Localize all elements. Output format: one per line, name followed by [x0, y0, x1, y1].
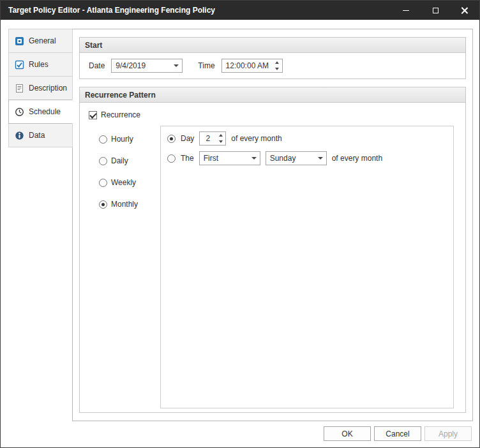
recurrence-pattern-group: Recurrence Pattern Recurrence Hourly — [79, 87, 466, 413]
recurrence-checkbox-row[interactable]: Recurrence — [89, 110, 140, 119]
maximize-button[interactable] — [421, 1, 450, 20]
hourly-radio[interactable] — [99, 135, 107, 144]
tab-strip: General Rules Description — [8, 29, 73, 147]
weekday-dropdown-button[interactable] — [315, 152, 326, 165]
the-option-row: The First Sunday — [167, 151, 447, 165]
schedule-icon — [15, 107, 24, 117]
radio-row-hourly[interactable]: Hourly — [99, 128, 138, 150]
time-spin-up-button[interactable] — [273, 59, 282, 66]
day-spin-up-button[interactable] — [216, 132, 225, 138]
day-value: 2 — [200, 132, 216, 145]
weekday-value: Sunday — [266, 154, 315, 163]
arrow-down-icon — [219, 140, 223, 143]
cancel-button[interactable]: Cancel — [374, 426, 421, 441]
frequency-list: Hourly Daily Weekly Monthly — [99, 128, 138, 215]
day-spin-buttons — [216, 132, 225, 145]
dialog-window: Target Policy Editor - Atlanta Engineeri… — [0, 0, 480, 448]
day-spinner[interactable]: 2 — [199, 131, 226, 146]
arrow-up-icon — [275, 61, 279, 64]
ordinal-value: First — [200, 154, 248, 163]
description-icon — [15, 84, 24, 93]
general-icon — [15, 36, 24, 46]
the-option-label: The — [181, 154, 194, 163]
maximize-icon — [433, 8, 439, 13]
dialog-body: General Rules Description — [1, 20, 479, 448]
tab-data[interactable]: Data — [8, 123, 73, 147]
minimize-icon — [403, 10, 409, 11]
rules-icon — [15, 60, 24, 70]
ordinal-dropdown-button[interactable] — [248, 152, 260, 165]
minimize-button[interactable] — [391, 1, 421, 20]
recurrence-checkbox-label: Recurrence — [101, 110, 140, 119]
tab-schedule-label: Schedule — [29, 107, 61, 116]
tab-description[interactable]: Description — [8, 76, 73, 100]
ordinal-combobox[interactable]: First — [199, 151, 260, 165]
arrow-up-icon — [219, 134, 223, 137]
schedule-page-panel: Start Date 9/4/2019 Time 12:00:00 AM — [72, 29, 473, 421]
tab-description-label: Description — [29, 84, 67, 93]
day-suffix-label: of every month — [231, 134, 281, 143]
day-spin-down-button[interactable] — [216, 138, 225, 145]
recurrence-checkbox[interactable] — [89, 111, 97, 119]
monthly-options-panel: Day 2 — [160, 126, 454, 408]
radio-row-weekly[interactable]: Weekly — [99, 172, 138, 193]
monthly-radio[interactable] — [99, 200, 107, 209]
chevron-down-icon — [318, 157, 323, 160]
time-spinner[interactable]: 12:00:00 AM — [221, 59, 283, 73]
start-row: Date 9/4/2019 Time 12:00:00 AM — [80, 53, 465, 78]
arrow-down-icon — [275, 68, 279, 70]
recurrence-group-header: Recurrence Pattern — [80, 87, 465, 103]
chevron-down-icon — [251, 157, 257, 160]
daily-label: Daily — [111, 156, 128, 165]
radio-row-daily[interactable]: Daily — [99, 150, 138, 172]
start-group-header: Start — [80, 38, 465, 53]
hourly-label: Hourly — [111, 135, 133, 144]
time-value: 12:00:00 AM — [222, 59, 273, 72]
date-value: 9/4/2019 — [112, 61, 170, 70]
close-button[interactable] — [450, 1, 479, 20]
chevron-down-icon — [174, 64, 179, 67]
start-group: Start Date 9/4/2019 Time 12:00:00 AM — [79, 37, 466, 79]
time-spin-down-button[interactable] — [273, 66, 282, 72]
ok-button[interactable]: OK — [324, 426, 371, 441]
monthly-label: Monthly — [111, 200, 138, 209]
radio-row-monthly[interactable]: Monthly — [99, 193, 138, 215]
day-option-label: Day — [181, 134, 194, 143]
close-icon — [461, 7, 468, 13]
apply-button[interactable]: Apply — [424, 426, 472, 441]
tab-data-label: Data — [29, 131, 45, 140]
time-spin-buttons — [273, 59, 282, 72]
date-dropdown-button[interactable] — [170, 59, 182, 72]
tab-general[interactable]: General — [8, 29, 73, 53]
day-option-row: Day 2 — [167, 131, 447, 146]
window-title: Target Policy Editor - Atlanta Engineeri… — [1, 6, 391, 15]
tab-rules[interactable]: Rules — [8, 52, 73, 77]
weekday-combobox[interactable]: Sunday — [266, 151, 327, 165]
time-label: Time — [198, 61, 214, 70]
the-radio[interactable] — [167, 154, 176, 163]
tab-general-label: General — [29, 36, 56, 45]
date-combobox[interactable]: 9/4/2019 — [111, 59, 183, 73]
weekly-radio[interactable] — [99, 179, 107, 187]
daily-radio[interactable] — [99, 157, 107, 165]
tab-schedule[interactable]: Schedule — [8, 100, 73, 124]
day-radio[interactable] — [167, 135, 176, 143]
weekly-label: Weekly — [111, 178, 136, 187]
data-icon — [15, 131, 24, 140]
date-label: Date — [89, 61, 105, 70]
titlebar[interactable]: Target Policy Editor - Atlanta Engineeri… — [1, 1, 479, 20]
recurrence-content: Recurrence Hourly Daily W — [80, 103, 465, 412]
tab-rules-label: Rules — [29, 60, 49, 69]
the-suffix-label: of every month — [332, 154, 382, 163]
